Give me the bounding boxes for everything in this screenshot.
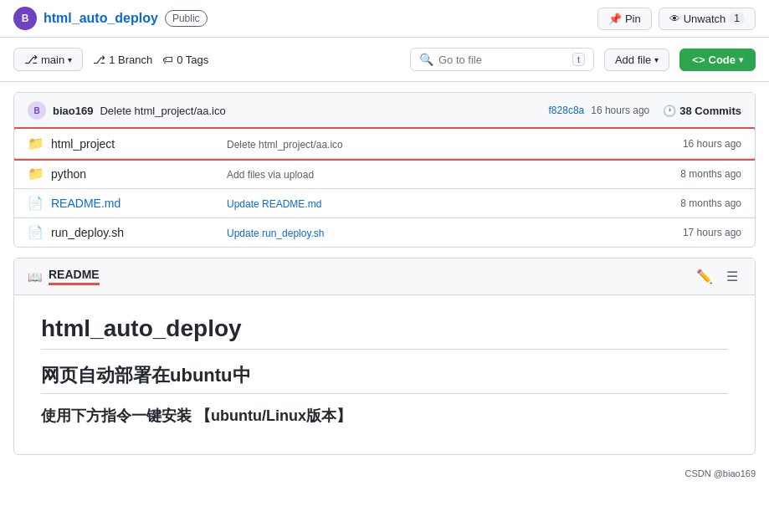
file-commit-cell: Update README.md [227,197,649,210]
repo-name[interactable]: html_auto_deploy [44,11,158,26]
readme-toc-button[interactable]: ☰ [723,267,741,286]
branch-count-link[interactable]: ⎇ 1 Branch [93,54,152,66]
add-file-button[interactable]: Add file ▾ [604,49,669,71]
file-commit-cell: Delete html_project/aa.ico [227,137,649,151]
tag-count-link[interactable]: 🏷 0 Tags [162,54,208,66]
commit-hash-link[interactable]: f828c8a [549,105,585,116]
clock-icon: 🕐 [663,105,676,117]
eye-icon: 👁 [669,13,680,25]
committer-name[interactable]: biao169 [53,105,93,117]
file-name-cell: run_deploy.sh [51,226,218,239]
chevron-down-icon: ▾ [739,55,743,64]
folder-icon: 📁 [28,166,43,182]
file-time-cell: 16 hours ago [658,138,741,150]
file-icon: 📄 [28,225,43,240]
visibility-badge: Public [165,10,208,27]
file-commit-cell: Update run_deploy.sh [227,226,649,239]
file-name-link[interactable]: README.md [51,197,120,210]
file-name-link[interactable]: run_deploy.sh [51,226,124,239]
file-name-cell: html_project [51,137,218,151]
readme-title-text: README [49,268,100,285]
file-icon: 📄 [28,196,43,211]
code-icon: <> [692,54,705,66]
folder-icon: 📁 [28,136,43,151]
committer-avatar: B [28,101,46,120]
file-commit-link: Add files via upload [227,169,314,181]
file-name-cell: python [51,167,218,181]
file-name-link[interactable]: html_project [51,137,115,151]
branch-bar: ⎇ main ▾ ⎇ 1 Branch 🏷 0 Tags 🔍 t Add fil… [0,38,769,82]
unwatch-button[interactable]: 👁 Unwatch 1 [659,8,756,30]
file-commit-link[interactable]: Update README.md [227,198,321,210]
header-actions: 📌 Pin 👁 Unwatch 1 [597,8,756,30]
table-row: 📁 python Add files via upload 8 months a… [14,159,755,189]
goto-file-search[interactable]: 🔍 t [410,48,594,71]
search-input[interactable] [438,54,567,66]
readme-h2: 网页自动部署在ubuntu中 [41,363,728,394]
search-icon: 🔍 [419,53,433,66]
tag-icon: 🏷 [162,54,173,66]
readme-h3: 使用下方指令一键安装 【ubuntu/Linux版本】 [41,406,728,426]
chevron-down-icon: ▾ [68,55,72,64]
watermark: CSDN @biao169 [0,465,769,482]
file-time-cell: 17 hours ago [658,227,741,238]
search-key-badge: t [572,53,585,66]
commit-time: 16 hours ago [591,105,649,116]
repo-owner-avatar: B [13,7,37,30]
readme-header: 📖 README ✏️ ☰ [14,258,755,295]
branch-selector[interactable]: ⎇ main ▾ [13,48,83,71]
file-commit-link[interactable]: Update run_deploy.sh [227,228,325,239]
file-table: B biao169 Delete html_project/aa.ico f82… [13,92,756,248]
readme-h1: html_auto_deploy [41,315,728,350]
file-time-cell: 8 months ago [658,197,741,209]
readme-body: html_auto_deploy 网页自动部署在ubuntu中 使用下方指令一键… [14,295,755,454]
book-icon: 📖 [28,270,42,284]
readme-actions: ✏️ ☰ [693,267,741,286]
watch-count: 1 [729,13,745,24]
table-row: 📁 html_project Delete html_project/aa.ic… [14,129,755,159]
branch-icon: ⎇ [24,53,38,66]
commits-count-link[interactable]: 🕐 38 Commits [663,105,741,117]
table-row: 📄 run_deploy.sh Update run_deploy.sh 17 … [14,218,755,247]
readme-title: 📖 README [28,268,100,285]
file-time-cell: 8 months ago [658,168,741,180]
latest-commit-row: B biao169 Delete html_project/aa.ico f82… [14,93,755,129]
code-button[interactable]: <> Code ▾ [679,49,756,71]
commit-message: Delete html_project/aa.ico [100,105,225,117]
readme-edit-button[interactable]: ✏️ [693,267,716,286]
pin-button[interactable]: 📌 Pin [597,8,652,30]
file-commit-link[interactable]: Delete html_project/aa.ico [227,139,343,151]
file-name-cell: README.md [51,197,218,210]
commit-meta: f828c8a 16 hours ago 🕐 38 Commits [549,105,741,117]
chevron-down-icon: ▾ [654,55,659,64]
table-row: 📄 README.md Update README.md 8 months ag… [14,189,755,218]
file-name-link[interactable]: python [51,167,86,181]
branch-fork-icon: ⎇ [93,54,105,66]
readme-section: 📖 README ✏️ ☰ html_auto_deploy 网页自动部署在ub… [13,258,756,455]
file-commit-cell: Add files via upload [227,167,649,181]
repo-header: B html_auto_deploy Public 📌 Pin 👁 Unwatc… [0,0,769,38]
pin-icon: 📌 [608,13,622,25]
